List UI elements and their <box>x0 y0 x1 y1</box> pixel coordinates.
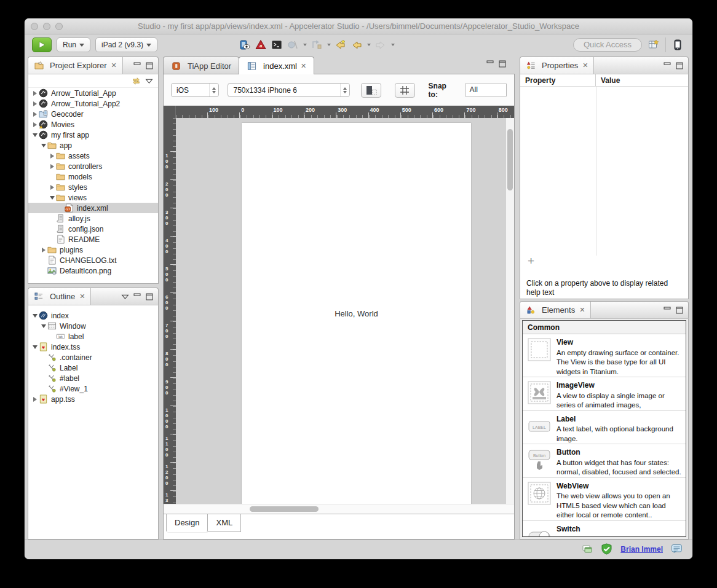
tree-twisty-icon[interactable] <box>31 91 38 96</box>
element-item-view[interactable]: ViewAn empty drawing surface or containe… <box>523 334 686 377</box>
view-menu-icon[interactable] <box>145 77 153 85</box>
outline-item-label[interactable]: lablabel <box>28 331 158 342</box>
close-icon[interactable]: ✕ <box>79 292 85 300</box>
run-mode-dropdown[interactable]: Run <box>57 37 90 52</box>
element-item-imageview[interactable]: ImageViewA view to display a single imag… <box>523 377 686 411</box>
elements-section-common[interactable]: Common <box>523 321 686 334</box>
project-item-models[interactable]: models <box>28 171 158 182</box>
close-icon[interactable]: ✕ <box>582 61 588 69</box>
element-item-switch[interactable]: Switch <box>523 521 686 538</box>
snap-to-select[interactable]: All <box>465 84 507 96</box>
menu-caret-icon[interactable] <box>391 44 395 46</box>
close-icon[interactable]: ✕ <box>579 306 585 314</box>
console-icon[interactable] <box>271 39 283 51</box>
run-button[interactable] <box>32 37 52 52</box>
shield-check-icon[interactable] <box>601 543 612 555</box>
back-icon[interactable] <box>351 39 363 51</box>
outline-item--container[interactable]: .container <box>28 352 158 363</box>
link-editor-icon[interactable] <box>132 77 140 85</box>
tree-twisty-icon[interactable] <box>49 196 55 200</box>
horizontal-scrollbar[interactable] <box>164 504 514 514</box>
project-item-index-xml[interactable]: index.xml <box>28 203 158 213</box>
project-item-arrow-tutorial-app[interactable]: Arrow_Tutorial_App <box>28 88 158 98</box>
project-item-plugins[interactable]: plugins <box>28 245 158 255</box>
element-item-button[interactable]: ButtonButtonA button widget that has fou… <box>523 444 686 478</box>
project-item-config-json[interactable]: config.json <box>28 224 158 234</box>
project-item-app[interactable]: app <box>28 140 158 151</box>
grid-button[interactable] <box>395 83 415 98</box>
maximize-icon[interactable] <box>676 307 684 314</box>
tree-twisty-icon[interactable] <box>31 314 38 318</box>
add-property-button[interactable]: + <box>528 254 534 268</box>
appcelerator-icon[interactable]: a <box>255 39 267 51</box>
project-item-changelog-txt[interactable]: CHANGELOG.txt <box>28 255 158 265</box>
device-select[interactable]: 750x1334 iPhone 6 <box>228 83 350 97</box>
tree-twisty-icon[interactable] <box>49 154 55 159</box>
tree-twisty-icon[interactable] <box>31 101 38 106</box>
maximize-icon[interactable] <box>146 62 154 69</box>
project-item-movies[interactable]: Movies <box>28 119 158 130</box>
maximize-icon[interactable] <box>146 293 154 300</box>
tree-twisty-icon[interactable] <box>40 324 47 328</box>
design-viewport[interactable]: Hello, World <box>176 118 514 504</box>
hello-world-label[interactable]: Hello, World <box>242 309 471 318</box>
chat-bubble-icon[interactable] <box>671 543 683 555</box>
close-icon[interactable]: ✕ <box>301 62 306 70</box>
tab-elements[interactable]: Elements✕ <box>520 302 591 318</box>
minimize-icon[interactable] <box>133 293 141 300</box>
project-item-assets[interactable]: assets <box>28 151 158 161</box>
tree-twisty-icon[interactable] <box>31 112 38 117</box>
tree-twisty-icon[interactable] <box>31 397 38 402</box>
element-item-webview[interactable]: WebViewThe web view allows you to open a… <box>523 478 686 521</box>
platform-select[interactable]: iOS <box>171 83 219 97</box>
project-item-arrow-tutorial-app2[interactable]: Arrow_Tutorial_App2 <box>28 98 158 109</box>
page-tab-xml[interactable]: XML <box>208 514 241 532</box>
tree-twisty-icon[interactable] <box>31 345 38 349</box>
mobile-perspective-icon[interactable] <box>671 39 684 51</box>
outline-item--label[interactable]: #label <box>28 373 158 383</box>
forward-icon[interactable] <box>374 39 387 51</box>
value-column-header[interactable]: Value <box>596 74 688 86</box>
quick-access-input[interactable]: Quick Access <box>573 38 642 52</box>
menu-caret-icon[interactable] <box>327 44 331 46</box>
user-account-link[interactable]: Brian Immel <box>620 545 663 554</box>
property-column-header[interactable]: Property <box>520 74 596 86</box>
vertical-scrollbar-thumb[interactable] <box>507 129 513 190</box>
editor-presentation-icon[interactable] <box>581 543 593 555</box>
step-filters-icon[interactable] <box>311 39 323 51</box>
minimize-icon[interactable] <box>486 60 494 68</box>
tree-twisty-icon[interactable] <box>31 133 38 137</box>
tree-twisty-icon[interactable] <box>49 185 55 190</box>
device-canvas[interactable]: Hello, World <box>242 123 471 504</box>
tree-twisty-icon[interactable] <box>49 164 55 169</box>
close-icon[interactable]: ✕ <box>111 61 116 69</box>
last-edit-location-icon[interactable] <box>335 39 347 51</box>
tree-twisty-icon[interactable] <box>31 122 38 127</box>
maximize-icon[interactable] <box>676 62 684 69</box>
orientation-button[interactable] <box>361 83 381 98</box>
show-view-icon[interactable] <box>239 39 251 51</box>
open-perspective-icon[interactable] <box>648 39 660 51</box>
minimize-icon[interactable] <box>664 307 671 314</box>
target-device-dropdown[interactable]: iPad 2 (v9.3) <box>95 37 157 52</box>
outline-item-label[interactable]: Label <box>28 363 158 373</box>
outline-item-app-tss[interactable]: app.tss <box>28 394 158 404</box>
element-item-label[interactable]: LABELLabelA text label, with optional ba… <box>523 411 686 445</box>
project-item-readme[interactable]: README <box>28 234 158 245</box>
editor-tab-tiapp-editor[interactable]: TiApp Editor <box>163 57 239 74</box>
outline-item-index-tss[interactable]: index.tss <box>28 342 158 352</box>
project-item-styles[interactable]: styles <box>28 182 158 192</box>
vertical-scrollbar[interactable] <box>506 118 514 504</box>
horizontal-scrollbar-thumb[interactable] <box>250 506 319 512</box>
outline-item--view-1[interactable]: #View_1 <box>28 383 158 394</box>
project-item-views[interactable]: views <box>28 192 158 203</box>
menu-caret-icon[interactable] <box>303 44 307 46</box>
tab-project-explorer[interactable]: Project Explorer✕ <box>28 57 123 74</box>
project-item-geocoder[interactable]: Geocoder <box>28 109 158 119</box>
minimize-icon[interactable] <box>664 62 671 69</box>
editor-tab-index-xml[interactable]: index.xml✕ <box>239 57 314 74</box>
outline-item-index[interactable]: index <box>28 310 158 321</box>
menu-caret-icon[interactable] <box>367 44 371 46</box>
project-item-alloy-js[interactable]: alloy.js <box>28 213 158 224</box>
tab-properties[interactable]: Properties✕ <box>520 57 594 74</box>
